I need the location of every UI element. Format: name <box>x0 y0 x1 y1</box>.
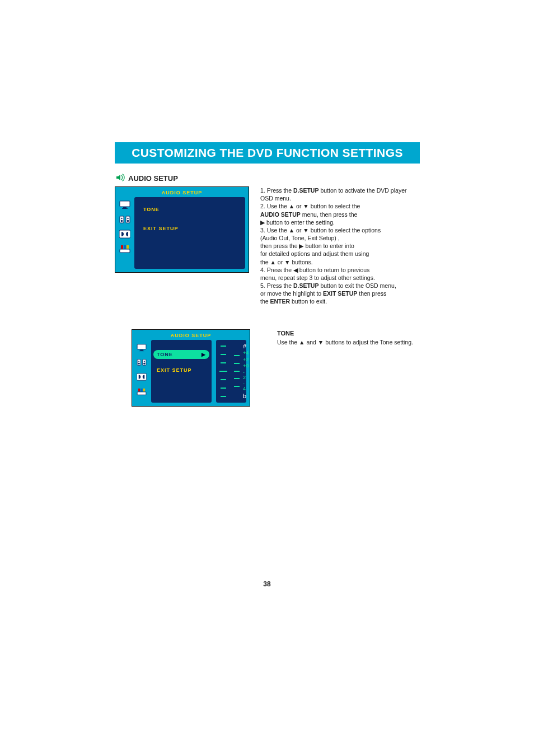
gauge-label-minus2: - 2 <box>243 370 249 380</box>
tone-description: TONE Use the ▲ and ▼ buttons to adjust t… <box>277 329 420 347</box>
osd2-panel: TONE▶ EXIT SETUP <box>151 340 212 403</box>
osd2-title: AUDIO SETUP <box>132 330 250 340</box>
svg-rect-1 <box>123 207 127 208</box>
svg-point-21 <box>138 362 140 364</box>
osd2-item-exit: EXIT SETUP <box>153 366 209 375</box>
speakers-icon <box>119 214 131 225</box>
page-number: 38 <box>0 580 534 588</box>
svg-rect-2 <box>122 208 128 209</box>
svg-point-8 <box>127 220 129 222</box>
tone-gauge: # +4 +2 +0 - 2 - 4 b <box>216 340 246 403</box>
svg-rect-23 <box>137 373 147 380</box>
osd2-item-tone-selected: TONE▶ <box>153 350 209 359</box>
speaker-icon <box>116 174 125 183</box>
dolby-icon <box>119 228 131 240</box>
osd1-item-tone: TONE <box>140 205 240 214</box>
gauge-label-sharp: # <box>243 343 249 349</box>
right-arrow-icon: ▶ <box>202 352 206 357</box>
osd-screenshot-2: AUDIO SETUP <box>132 329 265 407</box>
osd-screenshot-1: AUDIO SETUP <box>115 186 248 306</box>
svg-rect-9 <box>119 230 130 238</box>
svg-rect-14 <box>137 344 146 349</box>
osd-icon-column <box>115 197 134 272</box>
svg-point-6 <box>127 218 128 219</box>
osd1-title: AUDIO SETUP <box>115 187 249 197</box>
svg-rect-24 <box>137 391 146 394</box>
tone-desc-text: Use the ▲ and ▼ buttons to adjust the To… <box>277 338 420 346</box>
svg-rect-25 <box>138 388 140 391</box>
svg-rect-16 <box>139 351 144 351</box>
instructions-text: 1. Press the D.SETUP button to activate … <box>260 186 420 306</box>
svg-rect-27 <box>143 388 146 391</box>
gauge-left-ticks <box>219 343 227 399</box>
svg-point-19 <box>138 361 139 362</box>
content-area: CUSTOMIZING THE DVD FUNCTION SETTINGS AU… <box>115 142 420 407</box>
gauge-label-flat: b <box>243 393 249 399</box>
osd1-item-exit: EXIT SETUP <box>140 224 240 233</box>
row-1: AUDIO SETUP <box>115 186 420 306</box>
languages-icon <box>119 243 131 254</box>
gauge-labels: # +4 +2 +0 - 2 - 4 b <box>243 343 249 399</box>
dolby-icon <box>135 371 148 382</box>
tone-heading: TONE <box>277 329 420 338</box>
monitor-icon <box>119 199 131 211</box>
svg-rect-13 <box>127 245 129 249</box>
section-heading: AUDIO SETUP <box>116 174 420 183</box>
gauge-right-marks <box>234 343 240 399</box>
audio-setup-osd-2: AUDIO SETUP <box>132 329 250 407</box>
svg-rect-11 <box>121 245 123 249</box>
speakers-icon <box>135 357 148 368</box>
row-2: AUDIO SETUP <box>115 329 420 407</box>
gauge-label-minus4: - 4 <box>243 381 249 391</box>
page-title-banner: CUSTOMIZING THE DVD FUNCTION SETTINGS <box>115 142 420 164</box>
gauge-label-plus2: +2 <box>243 357 249 362</box>
languages-icon <box>135 386 148 397</box>
audio-setup-osd-1: AUDIO SETUP <box>115 186 249 273</box>
svg-point-22 <box>143 362 145 364</box>
section-title-text: AUDIO SETUP <box>128 174 178 183</box>
svg-rect-15 <box>140 349 143 351</box>
monitor-icon <box>135 342 148 353</box>
svg-rect-12 <box>124 245 126 249</box>
osd2-icon-column <box>132 340 151 406</box>
gauge-label-plus4: +4 <box>243 351 249 356</box>
svg-point-7 <box>121 220 123 222</box>
page: CUSTOMIZING THE DVD FUNCTION SETTINGS AU… <box>0 0 534 756</box>
svg-point-5 <box>121 218 122 219</box>
svg-rect-10 <box>120 249 130 253</box>
gauge-label-plus0: +0 <box>243 363 249 368</box>
osd1-panel: TONE EXIT SETUP <box>134 197 245 269</box>
svg-rect-26 <box>140 388 143 391</box>
svg-rect-0 <box>120 201 130 207</box>
svg-point-20 <box>144 361 145 362</box>
